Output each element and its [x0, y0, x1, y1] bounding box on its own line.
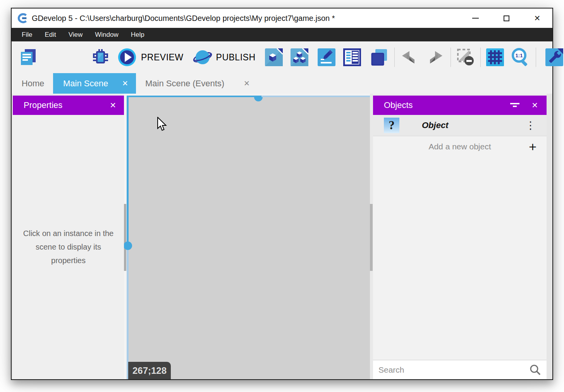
add-object-label: Add a new object: [428, 142, 491, 151]
menu-window[interactable]: Window: [89, 28, 124, 41]
menu-edit[interactable]: Edit: [38, 28, 62, 41]
undo-icon[interactable]: [400, 48, 418, 66]
mouse-cursor-icon: [157, 117, 168, 132]
scene-resize-handle-left[interactable]: [124, 241, 132, 250]
tab-close-icon[interactable]: ✕: [244, 79, 250, 88]
canvas-left-scrollbar[interactable]: [124, 204, 126, 271]
tab-main-scene-events[interactable]: Main Scene (Events) ✕: [136, 73, 258, 94]
filter-icon[interactable]: [510, 102, 520, 109]
scene-window-border-top: [127, 96, 261, 97]
tab-label: Main Scene (Events): [145, 79, 224, 89]
close-icon: ✕: [534, 14, 541, 22]
properties-panel-body: Click on an instance in the scene to dis…: [13, 115, 124, 379]
toolbar: PREVIEW PUBLISH: [12, 41, 552, 73]
project-manager-icon[interactable]: [18, 47, 38, 67]
properties-panel-header: Properties ✕: [13, 96, 124, 115]
object-menu-kebab-icon[interactable]: ⋮: [525, 120, 536, 131]
objects-list-empty-area: [373, 157, 547, 360]
properties-empty-message: Click on an instance in the scene to dis…: [19, 227, 118, 267]
objects-editor-icon[interactable]: [265, 48, 283, 66]
zoom-original-icon[interactable]: 1:1: [511, 48, 530, 67]
properties-panel: Properties ✕ Click on an instance in the…: [13, 94, 124, 379]
search-icon: [530, 364, 541, 376]
object-thumbnail-question-icon: ?: [384, 118, 399, 133]
debugger-bug-icon[interactable]: [91, 48, 109, 66]
preview-play-icon[interactable]: [118, 48, 136, 67]
tab-label: Main Scene: [63, 79, 108, 89]
minimize-button[interactable]: [469, 9, 481, 28]
object-name: Object: [422, 120, 448, 130]
menu-bar: File Edit View Window Help: [12, 28, 552, 41]
title-bar: GDevelop 5 - C:\Users\charburg\Documents…: [12, 9, 552, 28]
object-list-item[interactable]: ? Object ⋮: [373, 115, 547, 136]
objects-panel: Objects ✕ ? Object ⋮ Add a new object +: [373, 94, 547, 379]
scene-window-border-left: [127, 96, 129, 246]
menu-help[interactable]: Help: [125, 28, 151, 41]
menu-view[interactable]: View: [62, 28, 89, 41]
maximize-button[interactable]: [500, 9, 512, 28]
scene-window-border-top-faded: [261, 96, 371, 97]
objects-search-bar: [373, 360, 547, 379]
scene-canvas-surface[interactable]: [129, 97, 370, 379]
menu-file[interactable]: File: [15, 28, 38, 41]
objects-panel-title: Objects: [384, 100, 413, 110]
properties-panel-title: Properties: [24, 100, 62, 110]
deselect-all-icon[interactable]: [456, 48, 475, 67]
window-title: GDevelop 5 - C:\Users\charburg\Documents…: [32, 14, 335, 23]
tab-main-scene[interactable]: Main Scene ✕: [53, 73, 136, 94]
main-content: Properties ✕ Click on an instance in the…: [12, 94, 552, 379]
layers-editor-icon[interactable]: [370, 48, 388, 66]
add-object-button[interactable]: Add a new object +: [373, 136, 547, 157]
close-button[interactable]: ✕: [531, 9, 543, 28]
publish-planet-icon[interactable]: [193, 48, 212, 67]
toolbar-separator: [394, 48, 395, 67]
preview-label[interactable]: PREVIEW: [141, 52, 184, 63]
cursor-coordinates-badge: 267;128: [128, 362, 171, 379]
right-gap: [547, 94, 552, 379]
toolbar-separator: [536, 48, 536, 67]
minimize-icon: [472, 18, 479, 19]
instances-list-icon[interactable]: [343, 48, 361, 66]
toolbar-separator: [480, 48, 481, 67]
tab-bar: Home Main Scene ✕ Main Scene (Events) ✕: [12, 73, 552, 94]
redo-icon[interactable]: [426, 48, 444, 66]
scene-editor-canvas[interactable]: 267;128: [124, 94, 373, 379]
app-window: GDevelop 5 - C:\Users\charburg\Documents…: [11, 8, 553, 380]
scene-window-border-left-faded: [127, 246, 129, 379]
object-groups-editor-icon[interactable]: [291, 48, 308, 66]
grid-icon[interactable]: [486, 48, 504, 66]
tab-home[interactable]: Home: [13, 73, 53, 94]
publish-label[interactable]: PUBLISH: [216, 52, 256, 63]
canvas-right-scrollbar[interactable]: [370, 204, 373, 271]
objects-close-icon[interactable]: ✕: [531, 101, 538, 110]
settings-wrench-icon[interactable]: [545, 48, 563, 66]
tab-label: Home: [22, 79, 45, 89]
maximize-icon: [504, 15, 509, 21]
svg-text:1:1: 1:1: [515, 53, 523, 58]
tab-close-icon[interactable]: ✕: [122, 79, 128, 88]
window-controls: ✕: [450, 9, 543, 28]
properties-close-icon[interactable]: ✕: [110, 101, 116, 110]
objects-panel-header: Objects ✕: [373, 96, 547, 115]
gdevelop-logo: [16, 12, 29, 24]
toolbar-separator: [451, 48, 451, 67]
objects-search-input[interactable]: [373, 365, 530, 375]
plus-icon: +: [529, 139, 536, 154]
properties-pencil-icon[interactable]: [318, 48, 335, 66]
